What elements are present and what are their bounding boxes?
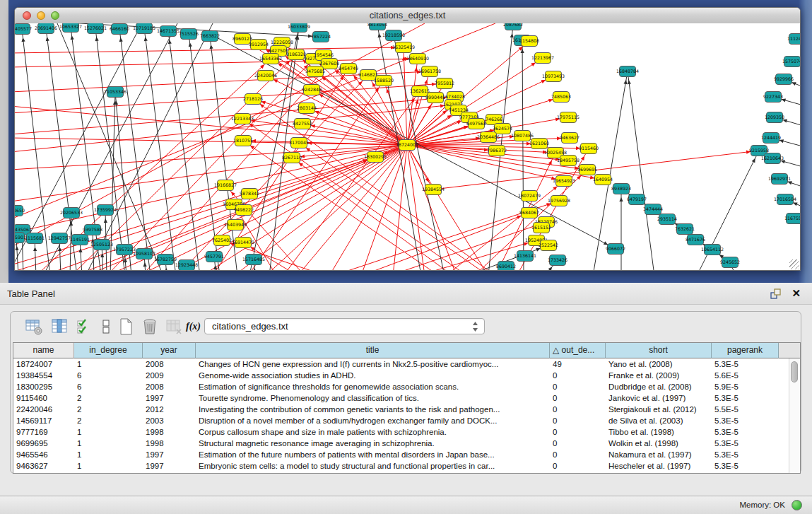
graph-node[interactable]: 19756928	[548, 196, 570, 206]
graph-node[interactable]: 10807486	[511, 131, 534, 141]
graph-node[interactable]: 18724007	[396, 140, 418, 151]
network-canvas[interactable]: 2405577206914061065332715276021646616010…	[15, 23, 800, 270]
cell-out_degree[interactable]: 0	[550, 415, 606, 426]
cell-year[interactable]: 2008	[143, 358, 196, 370]
graph-node[interactable]: 2087682	[503, 23, 523, 30]
graph-node[interactable]: 1733426	[548, 255, 567, 266]
table-row[interactable]: 1938455462009Genome-wide association stu…	[13, 370, 779, 381]
column-visibility-icon[interactable]	[50, 317, 69, 336]
graph-node[interactable]: 8454749	[339, 64, 358, 74]
graph-node[interactable]: 10958107	[133, 249, 155, 259]
graph-node[interactable]: 9929966	[774, 74, 794, 85]
cell-pagerank[interactable]: 5.3E-5	[712, 415, 779, 426]
cell-out_degree[interactable]: 0	[550, 426, 606, 438]
graph-node[interactable]: 8938923	[611, 184, 631, 194]
column-header-year[interactable]: year	[143, 343, 196, 358]
memory-ok-indicator-icon[interactable]	[792, 500, 802, 510]
graph-node[interactable]: 7663822	[200, 31, 220, 42]
cell-name[interactable]: 9465546	[13, 449, 74, 460]
graph-node[interactable]: 1112405	[787, 34, 800, 45]
graph-node[interactable]: 16961758	[418, 66, 441, 77]
graph-node[interactable]: 6479197	[627, 194, 647, 205]
graph-node[interactable]: 18640910	[406, 54, 429, 64]
graph-node[interactable]: 10973493	[542, 71, 565, 82]
cell-pagerank[interactable]: 5.3E-5	[712, 392, 779, 404]
graph-node[interactable]: 1145191	[70, 235, 90, 245]
close-panel-icon[interactable]: ✕	[792, 287, 801, 300]
graph-node[interactable]: 16033809	[288, 23, 310, 33]
cell-title[interactable]: Changes of HCN gene expression and I(f) …	[196, 358, 550, 370]
cell-name[interactable]: 9115460	[13, 392, 74, 404]
cell-pagerank[interactable]: 5.3E-5	[712, 449, 779, 460]
graph-node[interactable]: 17359924	[94, 205, 117, 216]
graph-node[interactable]: 1244419	[761, 133, 781, 144]
graph-node[interactable]: 2935114	[657, 214, 677, 225]
cell-short[interactable]: Wolkin et al. (1998)	[606, 438, 712, 449]
cell-year[interactable]: 2003	[143, 415, 196, 426]
cell-name[interactable]: 9463627	[13, 460, 74, 472]
graph-node[interactable]: 15276021	[84, 23, 107, 34]
cell-in_degree[interactable]: 2	[74, 392, 143, 404]
graph-node[interactable]: 16210643	[761, 153, 784, 164]
cell-name[interactable]: 9699695	[13, 438, 74, 449]
cell-year[interactable]: 1997	[143, 449, 196, 460]
graph-node[interactable]: 15716485	[242, 255, 265, 265]
graph-node[interactable]: 1810755	[233, 136, 253, 146]
table-settings-icon[interactable]	[25, 317, 43, 336]
cell-out_degree[interactable]: 49	[550, 358, 606, 370]
graph-node[interactable]: 1154808	[519, 36, 539, 47]
cell-name[interactable]: 18300295	[13, 381, 74, 392]
graph-node[interactable]: 1588520	[374, 76, 394, 86]
cell-in_degree[interactable]: 2	[74, 415, 143, 426]
cell-name[interactable]: 19384554	[13, 370, 74, 381]
graph-node[interactable]: 16782759	[154, 255, 177, 265]
cell-short[interactable]: Dudbridge et al. (2008)	[606, 381, 712, 392]
graph-node[interactable]: 3474444	[643, 204, 663, 215]
graph-node[interactable]: 19654923	[553, 176, 575, 187]
cell-short[interactable]: Yano et al. (2008)	[606, 358, 712, 370]
graph-node[interactable]: 14671355	[157, 26, 180, 37]
table-row[interactable]: 1872400712008Changes of HCN gene express…	[13, 358, 779, 370]
graph-node[interactable]: 20206533	[60, 208, 83, 218]
column-header-name[interactable]: name	[13, 343, 74, 358]
table-row[interactable]: 1830029562008Estimation of significance …	[13, 381, 779, 392]
graph-node[interactable]: 1115681	[25, 233, 45, 244]
cell-title[interactable]: Estimation of the future numbers of pati…	[196, 449, 550, 460]
table-row[interactable]: 911546021997Tourette syndrome. Phenomeno…	[13, 392, 779, 404]
graph-node[interactable]: 10653327	[59, 23, 82, 33]
cell-year[interactable]: 1997	[143, 392, 196, 404]
cell-pagerank[interactable]: 5.3E-5	[712, 426, 779, 438]
cell-pagerank[interactable]: 5.5E-5	[712, 404, 779, 415]
graph-node[interactable]: 21053346	[104, 87, 126, 98]
cell-title[interactable]: Corpus callosum shape and size in male p…	[196, 426, 550, 438]
graph-node[interactable]: 1575074	[782, 57, 800, 67]
cell-short[interactable]: Franke et al. (2009)	[606, 370, 712, 381]
graph-node[interactable]: 20691406	[35, 23, 57, 34]
table-row[interactable]: 946554611997Estimation of the future num…	[13, 449, 779, 460]
cell-name[interactable]: 14569117	[13, 415, 74, 426]
graph-node[interactable]: 10654112	[701, 245, 724, 255]
graph-node[interactable]: 9242848	[302, 85, 322, 95]
cell-pagerank[interactable]: 5.3E-5	[712, 460, 779, 472]
column-header-title[interactable]: title	[196, 343, 550, 358]
graph-node[interactable]: 8471676	[686, 235, 705, 245]
graph-node[interactable]: 16848784	[616, 66, 639, 77]
cell-title[interactable]: Estimation of significance thresholds fo…	[196, 381, 550, 392]
cell-title[interactable]: Tourette syndrome. Phenomenology and cla…	[196, 392, 550, 404]
cell-in_degree[interactable]: 6	[74, 381, 143, 392]
graph-node[interactable]: 8990448	[425, 93, 445, 103]
cell-title[interactable]: Investigating the contribution of common…	[196, 404, 550, 415]
cell-in_degree[interactable]: 1	[74, 358, 143, 370]
graph-node[interactable]: 7515526	[179, 29, 199, 40]
cell-in_degree[interactable]: 2	[74, 404, 143, 415]
table-row[interactable]: 2242004622012Investigating the contribut…	[13, 404, 779, 415]
cell-out_degree[interactable]: 0	[550, 370, 606, 381]
row-height-icon[interactable]	[97, 317, 115, 336]
column-header-short[interactable]: short	[606, 343, 712, 358]
cell-out_degree[interactable]: 0	[550, 449, 606, 460]
graph-node[interactable]: 9115460	[579, 144, 599, 154]
cell-short[interactable]: Hescheler et al. (1997)	[606, 460, 712, 472]
cell-short[interactable]: Stergiakouli et al. (2012)	[606, 404, 712, 415]
graph-node[interactable]: 8813054	[367, 23, 387, 30]
graph-node[interactable]: 7955812	[435, 78, 454, 89]
